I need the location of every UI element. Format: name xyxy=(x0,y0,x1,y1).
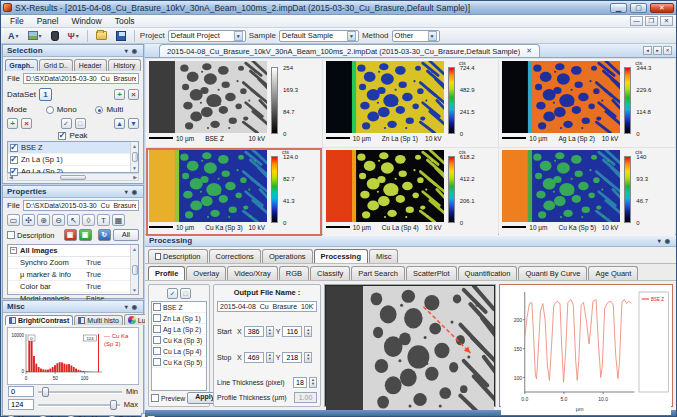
scroll-up-icon[interactable]: ▲ xyxy=(132,143,137,149)
next-tab-icon[interactable]: ▸ xyxy=(653,46,662,55)
zoom-region-icon[interactable]: ▭ xyxy=(7,214,20,226)
property-row[interactable]: Color barTrue xyxy=(8,281,130,293)
signal-checkbox[interactable] xyxy=(153,336,161,344)
map-cell-bse-z[interactable]: 10 µmBSE Z10 kV 254 169.3 84.7 0 xyxy=(146,59,322,147)
close-tab-icon[interactable]: ✕ xyxy=(526,47,532,55)
line-thickness-spinner[interactable]: ▲▼ xyxy=(309,377,317,388)
list-item[interactable]: Cu Ka (Sp 5) xyxy=(152,357,206,368)
list-item[interactable]: Ag La (Sp 2) xyxy=(152,324,206,335)
scrollbar-thumb[interactable] xyxy=(60,175,86,180)
slider-thumb[interactable] xyxy=(110,400,117,410)
signal-checkbox[interactable] xyxy=(10,168,18,176)
line-thickness-input[interactable] xyxy=(293,377,307,388)
tab-operations[interactable]: Operations xyxy=(262,249,313,263)
uncheck-all-button[interactable]: □ xyxy=(75,118,86,129)
pin-icon[interactable]: ◉ xyxy=(130,47,139,54)
tab-graph[interactable]: Graph.. xyxy=(5,59,38,71)
image-tool-icon[interactable]: ▾ xyxy=(25,30,45,42)
cu-ka5-map-image[interactable] xyxy=(502,150,620,222)
close-all-icon[interactable]: ✕ xyxy=(663,46,672,55)
property-row[interactable]: Synchro ZoomTrue xyxy=(8,257,130,269)
tab-quantification[interactable]: Quantification xyxy=(458,266,518,280)
scroll-down-icon[interactable]: ▼ xyxy=(132,287,137,293)
stop-y-spinner[interactable]: ▲▼ xyxy=(304,352,312,363)
delete-dataset-button[interactable]: × xyxy=(128,89,139,100)
vertical-scrollbar[interactable]: ▲▼ xyxy=(130,142,138,172)
signal-checkbox[interactable] xyxy=(153,347,161,355)
menu-file[interactable]: File xyxy=(4,15,30,27)
mdi-minimize-icon[interactable]: — xyxy=(630,16,643,26)
properties-file-input[interactable] xyxy=(23,200,139,211)
scroll-right-icon[interactable]: ▶ xyxy=(133,174,137,180)
mono-radio[interactable] xyxy=(46,106,54,114)
zoom-in-icon[interactable]: ⊕ xyxy=(37,214,50,226)
multi-radio[interactable] xyxy=(95,106,103,114)
method-select[interactable]: Other▼ xyxy=(392,30,440,42)
list-item[interactable]: Cu Ka (Sp 3) xyxy=(152,335,206,346)
collapse-icon[interactable]: ▾ xyxy=(123,188,130,195)
map-cell-cu-ka5[interactable]: 10 µmCu Ka (Sp 5)10 kV cts 140 93.3 46.7… xyxy=(499,148,675,236)
check-all-button[interactable]: ✓ xyxy=(167,288,178,299)
font-tool-icon[interactable]: A▾ xyxy=(5,30,22,42)
start-x-spinner[interactable]: ▲▼ xyxy=(266,326,274,337)
map-cell-cu-ka3[interactable]: 10 µmCu Ka (Sp 3)10 kV cts 124.0 82.7 41… xyxy=(146,148,322,236)
roi-icon[interactable]: ◊ xyxy=(82,214,95,226)
tab-profile[interactable]: Profile xyxy=(148,266,185,280)
mdi-close-icon[interactable]: ✕ xyxy=(660,16,673,26)
bse-preview-image[interactable] xyxy=(326,286,494,415)
tab-grid-data[interactable]: Grid D.. xyxy=(39,59,72,71)
tab-bright-contrast[interactable]: Bright/Contrast xyxy=(5,315,73,325)
cu-ka3-map-image[interactable] xyxy=(149,150,267,222)
signal-checkbox[interactable] xyxy=(10,156,18,164)
tab-description[interactable]: Description xyxy=(148,249,208,263)
list-item[interactable]: Zn La (Sp 1) xyxy=(152,313,206,324)
prev-tab-icon[interactable]: ◂ xyxy=(643,46,652,55)
stop-y-input[interactable] xyxy=(282,352,302,363)
ag-la-map-image[interactable] xyxy=(502,61,620,133)
list-item[interactable]: Zn La (Sp 1) xyxy=(8,154,130,166)
pin-icon[interactable]: ◉ xyxy=(130,303,139,310)
add-signal-button[interactable]: + xyxy=(7,118,18,129)
tab-corrections[interactable]: Corrections xyxy=(209,249,261,263)
maximize-button[interactable]: ▢ xyxy=(630,3,647,13)
signal-checkbox[interactable] xyxy=(10,144,18,152)
pin-icon[interactable]: ◉ xyxy=(663,237,672,244)
stop-x-spinner[interactable]: ▲▼ xyxy=(266,352,274,363)
snapshot-red-icon[interactable]: ▣ xyxy=(64,229,77,241)
min-input[interactable] xyxy=(8,386,34,397)
slider-thumb[interactable] xyxy=(42,387,49,397)
combo-arrow-icon[interactable]: ▼ xyxy=(347,31,356,41)
tab-scatterplot[interactable]: ScatterPlot xyxy=(406,266,457,280)
sample-select[interactable]: Default Sample▼ xyxy=(279,30,359,42)
collapse-icon[interactable]: ▾ xyxy=(123,47,130,54)
list-item[interactable]: Cu La (Sp 4) xyxy=(152,346,206,357)
description-checkbox[interactable] xyxy=(7,231,15,239)
tab-part-search[interactable]: Part Search xyxy=(351,266,405,280)
close-button[interactable]: ✕ xyxy=(650,3,674,13)
collapse-icon[interactable]: ▾ xyxy=(656,237,663,244)
combo-arrow-icon[interactable]: ▼ xyxy=(234,31,243,41)
start-y-spinner[interactable]: ▲▼ xyxy=(304,326,312,337)
max-slider[interactable] xyxy=(38,399,120,410)
scroll-down-icon[interactable]: ▼ xyxy=(132,165,137,171)
property-row[interactable]: µ marker & infoTrue xyxy=(8,269,130,281)
tab-processing[interactable]: Processing xyxy=(314,249,368,263)
cursor-icon[interactable]: ↖ xyxy=(67,214,80,226)
vertical-scrollbar[interactable]: ▲▼ xyxy=(130,245,138,294)
move-up-button[interactable]: ▲ xyxy=(114,118,125,129)
signal-checkbox[interactable] xyxy=(153,358,161,366)
grid-icon[interactable]: ▦ xyxy=(112,214,125,226)
signal-checkbox[interactable] xyxy=(153,325,161,333)
document-tab[interactable]: 2015-04-08_Cu_Brasure_10kV_30nA_Beam_100… xyxy=(159,44,540,57)
min-slider[interactable] xyxy=(38,386,122,397)
bse-z-map-image[interactable] xyxy=(149,61,267,133)
pin-icon[interactable]: ◉ xyxy=(130,188,139,195)
map-cell-zn-la[interactable]: 10 µmZn La (Sp 1)10 kV cts 724.4 482.9 2… xyxy=(323,59,499,147)
pan-hand-icon[interactable]: ✣ xyxy=(22,214,35,226)
list-item[interactable]: BSE Z xyxy=(8,142,130,154)
tab-overlay[interactable]: Overlay xyxy=(186,266,226,280)
map-cell-cu-la4[interactable]: 10 µmCu La (Sp 4)10 kV cts 618.2 412.2 2… xyxy=(323,148,499,236)
flask-tool-icon[interactable] xyxy=(48,30,62,42)
all-button[interactable]: All xyxy=(113,229,139,241)
remove-signal-button[interactable]: × xyxy=(21,118,32,129)
